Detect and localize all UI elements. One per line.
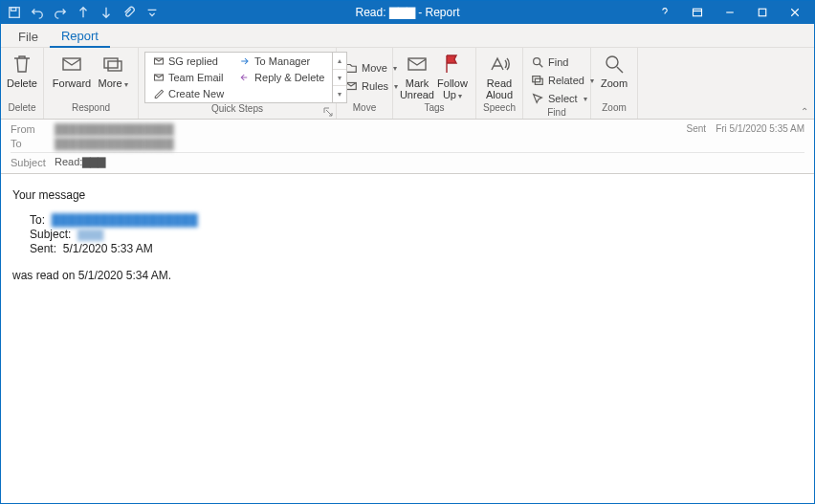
quick-step-reply-delete[interactable]: Reply & Delete bbox=[239, 70, 324, 85]
dialog-launcher-icon[interactable] bbox=[323, 107, 333, 117]
group-speech: Read Aloud Speech bbox=[476, 48, 523, 119]
qat-dropdown-icon[interactable] bbox=[143, 3, 162, 22]
group-label-speech: Speech bbox=[476, 102, 522, 119]
body-read-line: was read on 5/1/2020 5:34 AM. bbox=[12, 269, 803, 282]
ribbon-tabs: File Report bbox=[1, 24, 814, 48]
group-quick-steps: SG replied Team Email Create New To Mana… bbox=[139, 48, 337, 119]
body-sent-value: 5/1/2020 5:33 AM bbox=[63, 242, 153, 255]
body-sent-row: Sent: 5/1/2020 5:33 AM bbox=[30, 242, 803, 255]
svg-point-15 bbox=[534, 58, 540, 65]
attachment-icon[interactable] bbox=[120, 3, 139, 22]
envelope-icon bbox=[405, 52, 430, 77]
close-icon[interactable] bbox=[780, 1, 810, 24]
window-controls bbox=[650, 1, 810, 24]
quick-steps-gallery[interactable]: SG replied Team Email Create New To Mana… bbox=[144, 52, 347, 103]
sent-label: Sent bbox=[687, 123, 707, 134]
message-header: From ████████████████ Sent Fri 5/1/2020 … bbox=[1, 120, 814, 174]
to-value: ████████████████ bbox=[55, 138, 174, 149]
svg-rect-9 bbox=[104, 58, 118, 68]
maximize-icon[interactable] bbox=[747, 1, 778, 24]
from-value: ████████████████ bbox=[55, 123, 174, 135]
more-respond-button[interactable]: More▾ bbox=[94, 50, 132, 100]
body-intro: Your message bbox=[12, 188, 803, 202]
quick-access-toolbar bbox=[5, 3, 162, 22]
svg-rect-5 bbox=[759, 9, 766, 16]
gallery-scroll[interactable]: ▴ ▾ ▾ bbox=[332, 53, 346, 102]
svg-rect-2 bbox=[694, 9, 702, 16]
tab-file[interactable]: File bbox=[7, 26, 50, 47]
gallery-up-icon[interactable]: ▴ bbox=[333, 53, 346, 70]
mark-unread-button[interactable]: Mark Unread bbox=[399, 50, 435, 100]
svg-line-16 bbox=[540, 64, 543, 68]
tab-report[interactable]: Report bbox=[50, 25, 110, 48]
gallery-down-icon[interactable]: ▾ bbox=[333, 70, 346, 87]
body-subject-value: ▇▇▇ bbox=[77, 228, 103, 241]
magnifier-icon bbox=[602, 52, 627, 77]
svg-rect-14 bbox=[408, 58, 426, 70]
forward-button[interactable]: Forward bbox=[50, 50, 94, 100]
group-delete: Delete Delete bbox=[1, 48, 44, 119]
delete-button[interactable]: Delete bbox=[7, 50, 37, 100]
sent-value: Fri 5/1/2020 5:35 AM bbox=[716, 123, 804, 134]
zoom-button[interactable]: Zoom bbox=[597, 50, 631, 100]
svg-point-19 bbox=[606, 56, 618, 68]
group-label-delete: Delete bbox=[1, 102, 43, 119]
gallery-more-icon[interactable]: ▾ bbox=[333, 86, 346, 102]
svg-rect-8 bbox=[63, 58, 80, 70]
help-icon[interactable] bbox=[650, 1, 680, 24]
group-respond: Forward More▾ Respond bbox=[44, 48, 139, 119]
group-label-zoom: Zoom bbox=[591, 102, 637, 119]
svg-line-20 bbox=[617, 67, 623, 73]
to-label: To bbox=[11, 138, 55, 149]
follow-up-button[interactable]: Follow Up▾ bbox=[435, 50, 470, 102]
subject-label: Subject bbox=[11, 157, 55, 168]
group-zoom: Zoom Zoom bbox=[591, 48, 638, 119]
body-to-value: ██████████████████ bbox=[52, 213, 198, 227]
quick-step-sg-replied[interactable]: SG replied bbox=[153, 54, 224, 69]
svg-rect-1 bbox=[11, 8, 16, 11]
body-to-row: To: ██████████████████ bbox=[30, 213, 803, 227]
quick-step-team-email[interactable]: Team Email bbox=[153, 70, 224, 85]
body-subject-row: Subject: ▇▇▇ bbox=[30, 228, 803, 241]
outlook-window: Read: ▇▇▇ - Report File Report Delete De… bbox=[0, 0, 815, 504]
move-button[interactable]: Move▾ bbox=[342, 59, 400, 77]
read-aloud-button[interactable]: Read Aloud bbox=[482, 50, 517, 100]
undo-icon[interactable] bbox=[28, 3, 47, 22]
ribbon: Delete Delete Forward More▾ Respond bbox=[1, 48, 814, 120]
message-body: Your message To: ██████████████████ Subj… bbox=[1, 174, 814, 503]
ribbon-display-icon[interactable] bbox=[682, 1, 713, 24]
from-label: From bbox=[11, 123, 55, 135]
find-button[interactable]: Find bbox=[529, 54, 596, 71]
group-find: Find Related▾ Select▾ Find bbox=[523, 48, 591, 119]
quick-step-to-manager[interactable]: To Manager bbox=[239, 54, 324, 69]
header-subject-row: Subject Read:▇▇▇ bbox=[11, 152, 804, 169]
envelope-more-icon bbox=[100, 52, 125, 77]
header-from-row: From ████████████████ Sent Fri 5/1/2020 … bbox=[11, 121, 804, 136]
subject-value: Read:▇▇▇ bbox=[55, 156, 105, 168]
collapse-ribbon-icon[interactable]: ⌃ bbox=[801, 106, 808, 117]
svg-rect-10 bbox=[108, 61, 121, 71]
trash-icon bbox=[10, 52, 34, 77]
group-label-quick-steps: Quick Steps bbox=[139, 103, 336, 119]
flag-icon bbox=[440, 52, 465, 77]
group-label-find: Find bbox=[523, 107, 590, 119]
rules-button[interactable]: Rules▾ bbox=[342, 77, 400, 95]
minimize-icon[interactable] bbox=[715, 1, 745, 24]
header-to-row: To ████████████████ bbox=[11, 136, 804, 150]
related-button[interactable]: Related▾ bbox=[529, 72, 596, 89]
group-tags: Mark Unread Follow Up▾ Tags bbox=[393, 48, 476, 119]
save-icon[interactable] bbox=[5, 3, 24, 22]
group-label-tags: Tags bbox=[393, 102, 475, 119]
read-aloud-icon bbox=[487, 52, 512, 77]
title-bar: Read: ▇▇▇ - Report bbox=[1, 1, 814, 24]
redo-icon[interactable] bbox=[51, 3, 70, 22]
group-label-respond: Respond bbox=[44, 102, 138, 119]
next-item-icon[interactable] bbox=[97, 3, 116, 22]
previous-item-icon[interactable] bbox=[74, 3, 93, 22]
envelope-forward-icon bbox=[59, 52, 84, 77]
select-button[interactable]: Select▾ bbox=[529, 90, 596, 107]
quick-step-create-new[interactable]: Create New bbox=[153, 86, 224, 101]
group-label-move: Move bbox=[337, 102, 392, 119]
